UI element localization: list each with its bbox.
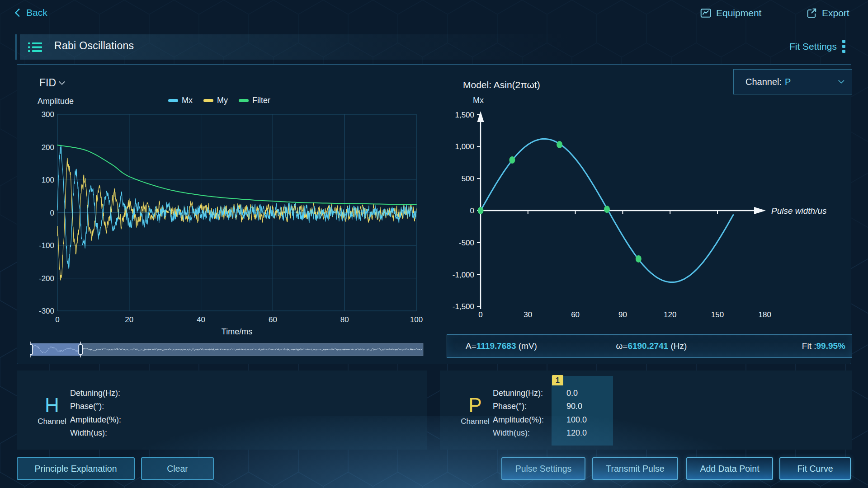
chevron-down-icon: [59, 79, 65, 85]
p-width-value: 120.0: [566, 427, 587, 440]
svg-text:300: 300: [42, 111, 54, 119]
range-selection[interactable]: [31, 343, 80, 356]
mx-swatch: [168, 99, 178, 102]
fid-range-slider[interactable]: [30, 341, 425, 359]
export-label: Export: [822, 8, 849, 19]
svg-text:0: 0: [478, 310, 482, 319]
export-icon: [806, 7, 817, 19]
svg-text:0: 0: [55, 315, 59, 324]
svg-text:500: 500: [462, 174, 474, 183]
h-width-label: Width(us):: [70, 427, 121, 440]
fid-mode-label: FID: [39, 77, 56, 89]
mx-legend-label: Mx: [182, 96, 193, 105]
fid-mode-dropdown[interactable]: FID: [39, 77, 64, 89]
kebab-menu-icon: [842, 40, 845, 53]
rabi-fit-chart: 1,5001,0005000-500-1,000-1,5000306090120…: [452, 108, 857, 324]
amplitude-result: A=1119.7683 (mV): [466, 341, 537, 351]
svg-text:200: 200: [42, 143, 54, 152]
data-point[interactable]: [557, 141, 562, 148]
fit-quality-result: Fit :99.95%: [802, 341, 845, 351]
svg-text:120: 120: [664, 310, 676, 319]
omega-result: ω=6190.2741 (Hz): [616, 341, 687, 351]
svg-text:20: 20: [125, 315, 133, 324]
h-amplitude-label: Amplitude(%):: [70, 413, 121, 427]
svg-text:-200: -200: [39, 274, 54, 283]
title-accent-bar: [15, 34, 17, 60]
channel-select-label: Channel:: [745, 77, 782, 87]
fit-settings-label: Fit Settings: [789, 41, 837, 52]
back-label: Back: [26, 7, 47, 18]
p-channel-panel: P Channel Detuning(Hz): Phase(°): Amplit…: [440, 371, 852, 450]
svg-text:100: 100: [410, 315, 423, 324]
data-point[interactable]: [604, 206, 610, 213]
svg-text:1,500: 1,500: [455, 111, 474, 119]
equipment-label: Equipment: [716, 8, 761, 19]
fid-chart: 3002001000-100-200-300020406080100: [27, 111, 425, 327]
svg-text:0: 0: [50, 209, 54, 217]
channel-select-dropdown[interactable]: Channel: P: [733, 69, 852, 94]
fit-results-bar: A=1119.7683 (mV) ω=6190.2741 (Hz) Fit :9…: [447, 334, 852, 358]
h-channel-param-labels: Detuning(Hz): Phase(°): Amplitude(%): Wi…: [70, 387, 121, 440]
p-amplitude-value: 100.0: [566, 413, 587, 427]
fit-curve-button[interactable]: Fit Curve: [779, 457, 851, 480]
p-detuning-label: Detuning(Hz):: [493, 387, 544, 400]
svg-text:-1,000: -1,000: [453, 271, 474, 279]
legend-item-filter[interactable]: Filter: [239, 96, 270, 105]
principle-explanation-button[interactable]: Principle Explanation: [17, 457, 135, 480]
svg-text:-500: -500: [459, 239, 474, 247]
transmit-pulse-button[interactable]: Transmit Pulse: [592, 457, 678, 480]
back-chevron-icon: [14, 8, 24, 17]
back-button[interactable]: Back: [16, 7, 47, 18]
data-point[interactable]: [509, 156, 515, 164]
svg-text:90: 90: [618, 310, 627, 319]
svg-text:40: 40: [197, 315, 205, 324]
p-phase-label: Phase(°):: [493, 400, 544, 413]
legend-item-my[interactable]: My: [203, 96, 228, 105]
title-bar: [20, 34, 868, 60]
chevron-down-icon: [838, 77, 844, 84]
h-channel-panel: H Channel Detuning(Hz): Phase(°): Amplit…: [17, 371, 427, 450]
legend-item-mx[interactable]: Mx: [168, 96, 193, 105]
experiment-list-icon[interactable]: [28, 42, 42, 53]
page-title: Rabi Oscillations: [54, 40, 134, 52]
range-handle-right[interactable]: [79, 345, 82, 354]
p-phase-value: 90.0: [566, 400, 587, 413]
svg-text:-1,500: -1,500: [453, 302, 474, 311]
model-formula-label: Model: Asin(2πωt): [463, 80, 540, 90]
pulse-settings-button[interactable]: Pulse Settings: [501, 457, 585, 480]
svg-text:100: 100: [42, 176, 54, 184]
h-detuning-label: Detuning(Hz):: [70, 387, 121, 400]
data-point[interactable]: [478, 207, 484, 214]
svg-text:60: 60: [269, 315, 277, 324]
svg-text:Pulse width/us: Pulse width/us: [771, 206, 827, 216]
svg-text:30: 30: [524, 310, 532, 319]
data-point[interactable]: [636, 255, 642, 263]
filter-legend-label: Filter: [252, 96, 270, 105]
p-channel-param-values: 0.0 90.0 100.0 120.0: [566, 387, 587, 440]
p-width-label: Width(us):: [493, 427, 544, 440]
svg-text:60: 60: [571, 310, 580, 319]
fid-x-axis-title: Time/ms: [57, 327, 416, 337]
p-channel-param-labels: Detuning(Hz): Phase(°): Amplitude(%): Wi…: [493, 387, 544, 440]
range-handle-left[interactable]: [30, 345, 33, 354]
svg-text:1,000: 1,000: [455, 142, 474, 151]
equipment-button[interactable]: Equipment: [700, 7, 761, 19]
svg-text:0: 0: [470, 206, 474, 215]
my-swatch: [203, 99, 213, 102]
p-amplitude-label: Amplitude(%):: [493, 413, 544, 427]
pulse-index-tab[interactable]: 1: [552, 375, 563, 385]
channel-select-value: P: [785, 77, 791, 87]
svg-text:180: 180: [759, 310, 771, 319]
filter-swatch: [239, 99, 249, 102]
equipment-waveform-icon: [700, 7, 712, 19]
svg-text:-100: -100: [39, 241, 54, 250]
fit-settings-button[interactable]: Fit Settings: [789, 40, 845, 53]
clear-button[interactable]: Clear: [141, 457, 214, 480]
my-legend-label: My: [217, 96, 228, 105]
svg-text:80: 80: [340, 315, 349, 324]
add-data-point-button[interactable]: Add Data Point: [686, 457, 773, 480]
svg-text:-300: -300: [39, 307, 54, 315]
fid-legend: Mx My Filter: [168, 96, 270, 105]
export-button[interactable]: Export: [806, 7, 849, 19]
fid-y-axis-title: Amplitude: [38, 97, 74, 106]
